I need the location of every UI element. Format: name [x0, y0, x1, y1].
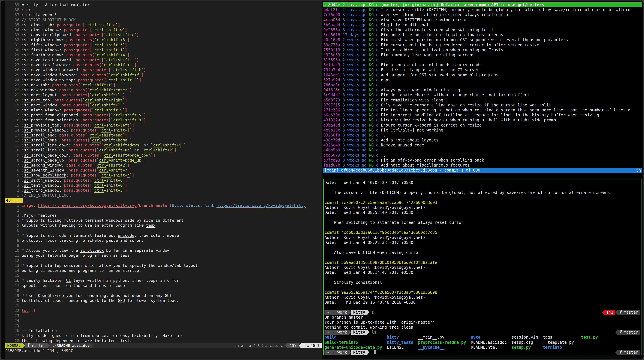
- typed-command[interactable]: ls: [369, 330, 376, 335]
- commit-row[interactable]: 7559ff9 2 weeks ag KG o Turn on address …: [323, 48, 642, 53]
- vim-line[interactable]: 9:sc_scroll_page_down: pass:quotes[`ctrl…: [5, 153, 322, 158]
- vim-line[interactable]: 20toolkits, offloads rendering work to t…: [5, 298, 322, 303]
- commit-row[interactable]: b4af2ff 2 days ago KG o The cursor visib…: [323, 7, 642, 12]
- vim-line[interactable]: 7:sc_second_window: pass:quotes[`ctrl+sh…: [5, 163, 322, 168]
- vim-line[interactable]: 9: [5, 243, 322, 248]
- vim-line[interactable]: 27kitty is designed to run from source, …: [5, 333, 322, 338]
- commit-row[interactable]: 786ba3c 3 weeks ag KG o ...: [323, 83, 642, 88]
- commit-row[interactable]: 1648ac1 3 weeks ag KG o Add support for …: [323, 73, 642, 78]
- vim-line[interactable]: 21:sc_next_layout: pass:quotes[`ctrl+shi…: [5, 93, 322, 98]
- vim-line[interactable]: 3.Major features: [5, 213, 322, 218]
- vim-line[interactable]: 16:sc_paste_from_selection: pass:quotes[…: [5, 118, 322, 123]
- vim-line[interactable]: 5:sc_show_scrollback: pass:quotes[`ctrl+…: [5, 173, 322, 178]
- vim-line[interactable]: 31:sc_fifth_window: pass:quotes[`ctrl+sh…: [5, 43, 322, 48]
- vim-line[interactable]: 22toc::[]: [5, 308, 322, 313]
- vim-line[interactable]: 23:sc_new_tab: pass:quotes[`ctrl+shift+t…: [5, 83, 322, 88]
- commit-row[interactable]: fa1d67b 3 weeks ag KG o Add note about m…: [323, 163, 642, 168]
- typed-command[interactable]: [369, 350, 372, 355]
- vim-line[interactable]: 10* Allows you to view the scrollback bu…: [5, 248, 322, 253]
- commit-row[interactable]: c323e53 2 weeks ag KG o Fix a memory lea…: [323, 53, 642, 58]
- vim-line[interactable]: 8protocol, focus tracking, bracketed pas…: [5, 238, 322, 243]
- vim-line[interactable]: 15: [5, 273, 322, 278]
- commit-row[interactable]: 9416f6c 3 weeks ag KG o Always paste whe…: [323, 88, 642, 93]
- commit-row[interactable]: 9e2653a 8 days ago KG o Clear the altern…: [323, 28, 642, 32]
- commit-row[interactable]: 3e1dac9 2 weeks ag KG o Fix a couple of …: [323, 63, 642, 67]
- vim-line[interactable]: 24: [5, 318, 322, 323]
- vim-line[interactable]: 4* Supports tiling multiple terminal win…: [5, 218, 322, 223]
- vim-line[interactable]: 8:sc_scroll_page_up: pass:quotes[`ctrl+s…: [5, 158, 322, 163]
- vim-line[interactable]: 25: [5, 323, 322, 328]
- vim-line[interactable]: 2:sc_third_window: pass:quotes[`ctrl+shi…: [5, 188, 322, 193]
- vim-line[interactable]: 25:sc_move_window_forward: pass:quotes[`…: [5, 73, 322, 78]
- vim-line[interactable]: 22:sc_new_window: pass:quotes[`ctrl+shif…: [5, 88, 322, 93]
- shell-window[interactable]: Date: Wed Jan 4 10:02:39 2017 +0530 The …: [323, 179, 642, 355]
- commit-row[interactable]: 0797f15 3 weeks ag KG o Only move the cu…: [323, 103, 642, 108]
- typed-command[interactable]: s: [369, 310, 374, 315]
- commit-row[interactable]: a7fce93 3 weeks ag KG o Fix an off-by-on…: [323, 158, 642, 163]
- vim-line[interactable]: 32:sc_eighth_window: pass:quotes[`ctrl+s…: [5, 37, 322, 42]
- commit-row[interactable]: e3ba45d 3 weeks ag KG o Ensure cursor x-…: [323, 123, 642, 128]
- commit-row[interactable]: 315595a 2 weeks ag KG o ...: [323, 58, 642, 63]
- commit-row[interactable]: 431322a 3 weeks ag KG o Nicer window res…: [323, 118, 642, 123]
- vim-line[interactable]: 17:sc_paste_from_clipboard: pass:quotes[…: [5, 113, 322, 118]
- commit-row[interactable]: 5b9aadd 3 days ago KG o Simplify conditi…: [323, 23, 642, 28]
- vim-line[interactable]: 12: [5, 258, 322, 263]
- vim-line[interactable]: 6: [5, 228, 322, 233]
- shell-prompt-line[interactable]: ~ ⟩ workkittys141master: [324, 310, 641, 315]
- vim-line[interactable]: 21: [5, 303, 322, 308]
- commit-row[interactable]: 7c76e90 3 days ago KG o When switching t…: [323, 12, 642, 17]
- vim-line[interactable]: 26:sc_move_window_backward: pass:quotes[…: [5, 67, 322, 72]
- vim-line[interactable]: 15:sc_previous_tab: pass:quotes[`ctrl+sh…: [5, 123, 322, 128]
- commit-row[interactable]: b6c639c 3 weeks ag KG o Fix incorrect ha…: [323, 113, 642, 118]
- vim-line[interactable]: 33:sc_copy_to_clipboard: pass:quotes[`ct…: [5, 32, 322, 37]
- commit-row[interactable]: 73fa3c4 2 weeks ag KG o Build with clang…: [323, 67, 642, 72]
- terminal-cursor[interactable]: [374, 350, 376, 354]
- commit-row-selected[interactable]: af8d44e 2 days ago KG o [master] {origin…: [323, 2, 642, 7]
- vim-line[interactable]: 17speed). Less than ten thousand lines o…: [5, 283, 322, 288]
- vim-line[interactable]: 27:sc_move_tab_forward: pass:quotes[`ctr…: [5, 63, 322, 67]
- vim-line[interactable]: 39= kitty - A terminal emulator: [5, 2, 322, 7]
- vim-line[interactable]: 29:sc_fourth_window: pass:quotes[`ctrl+s…: [5, 53, 322, 58]
- vim-line[interactable]: 6:sc_seventh_window: pass:quotes[`ctrl+s…: [5, 168, 322, 173]
- vim-line[interactable]: 16* Easily hackable (UI layer written in…: [5, 278, 322, 283]
- vim-line[interactable]: 2: [5, 208, 322, 213]
- vim-line[interactable]: 12:sc_scroll_home: pass:quotes[`ctrl+shi…: [5, 138, 322, 143]
- vim-line[interactable]: 30:sc_first_window: pass:quotes[`ctrl+sh…: [5, 48, 322, 53]
- vim-line[interactable]: 19* Uses OpenGL+FreeType for rendering, …: [5, 293, 322, 298]
- vim-line[interactable]: 23: [5, 313, 322, 318]
- vim-window[interactable]: 39= kitty - A terminal emulator38:toc:37…: [5, 1, 322, 359]
- commit-row[interactable]: 39e770a 2 weeks ag KG o Fix cursor posit…: [323, 43, 642, 48]
- commit-row[interactable]: 4ccb05d 3 days ago KG o Also save DECTCE…: [323, 18, 642, 23]
- vim-line[interactable]: 18:sc_ninth_window: pass:quotes[`ctrl+sh…: [5, 108, 322, 113]
- vim-line[interactable]: 5layouts without needing to use an extra…: [5, 223, 322, 228]
- vim-line[interactable]: 26== Installation: [5, 328, 322, 333]
- commit-row[interactable]: 3c9d4df 3 weeks ag KG o Fix designate_ch…: [323, 93, 642, 98]
- vim-buffer[interactable]: 39= kitty - A terminal emulator38:toc:37…: [5, 1, 322, 343]
- vim-line[interactable]: 24:sc_move_window_to_top: pass:quotes[`c…: [5, 78, 322, 83]
- vim-line[interactable]: 4:sc_sixth_window: pass:quotes[`ctrl+shi…: [5, 178, 322, 183]
- vim-line[interactable]: 10:sc_scroll_line_up: pass:quotes[`ctrl+…: [5, 148, 322, 153]
- vim-line[interactable]: 11using your favorite pager program such…: [5, 253, 322, 258]
- commit-row[interactable]: d0c16e8 2 weeks ag KG o Fix crash when p…: [323, 37, 642, 42]
- shell-prompt-line[interactable]: ~ ⟩ workkittymaster: [324, 350, 641, 355]
- vim-line[interactable]: 34:sc_close_window: pass:quotes[`ctrl+sh…: [5, 28, 322, 32]
- vim-line[interactable]: 14:sc_previous_window: pass:quotes[`ctrl…: [5, 128, 322, 133]
- vim-line[interactable]: 13* Support startup sessions which allow…: [5, 263, 322, 268]
- commit-row[interactable]: 430c79d 3 weeks ag KG o Add a note about…: [323, 138, 642, 143]
- vim-line[interactable]: 14working directories and programs to ru…: [5, 268, 322, 273]
- vim-line[interactable]: 28:sc_move_tab_backward: pass:quotes[`ct…: [5, 58, 322, 63]
- commit-row[interactable]: 271e336 3 weeks ag KG o Fix top lines ap…: [323, 108, 642, 113]
- vim-line[interactable]: 35:sc_close_tab: pass:quotes[`ctrl+shift…: [5, 23, 322, 28]
- vim-line[interactable]: 38:toc:: [5, 7, 322, 12]
- vim-line[interactable]: 37:toc-placement!:: [5, 12, 322, 17]
- vim-line[interactable]: 7* Supports all modern terminal features…: [5, 233, 322, 238]
- vim-line[interactable]: 11:sc_scroll_line_down: pass:quotes[`ctr…: [5, 143, 322, 148]
- vim-line[interactable]: 18: [5, 288, 322, 293]
- vim-line[interactable]: 28the following dependencies are install…: [5, 338, 322, 343]
- commit-row[interactable]: 03260f0 3 weeks ag KG o ...: [323, 133, 642, 138]
- vim-line[interactable]: 1// END_SHORTCUT_BLOCK: [5, 193, 322, 198]
- commit-list[interactable]: af8d44e 2 days ago KG o [master] {origin…: [323, 1, 642, 168]
- vim-line[interactable]: 20:sc_next_tab: pass:quotes[`ctrl+shift+…: [5, 98, 322, 103]
- commit-row[interactable]: a568f73 3 weeks ag KG o Fix compilation …: [323, 98, 642, 103]
- vim-line[interactable]: 36// START_SHORTCUT_BLOCK: [5, 18, 322, 23]
